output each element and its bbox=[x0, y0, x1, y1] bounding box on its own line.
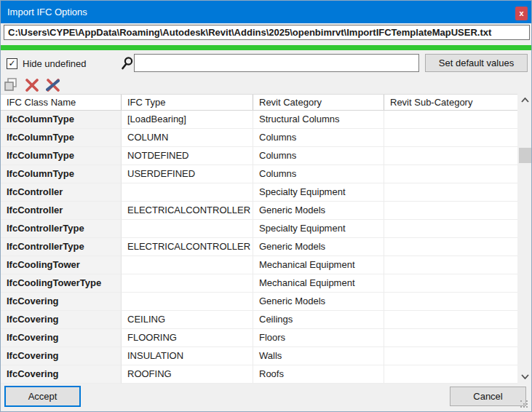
table-row[interactable]: IfcControllerTypeELECTRICALCONTROLLERGen… bbox=[1, 238, 517, 256]
table-cell[interactable] bbox=[122, 293, 253, 311]
table-cell[interactable]: IfcCovering bbox=[1, 311, 122, 329]
table-cell[interactable] bbox=[384, 147, 517, 165]
table-cell[interactable] bbox=[384, 347, 517, 365]
table-cell[interactable]: IfcController bbox=[1, 183, 122, 202]
table-cell[interactable]: [LoadBearing] bbox=[122, 111, 253, 129]
table-body: IfcColumnType[LoadBearing]Structural Col… bbox=[1, 111, 517, 384]
column-header-ifc-type[interactable]: IFC Type bbox=[122, 95, 253, 110]
table-row[interactable]: IfcColumnTypeNOTDEFINEDColumns bbox=[1, 147, 517, 165]
table-cell[interactable]: ROOFING bbox=[122, 365, 253, 384]
table-row[interactable]: IfcCoolingTowerTypeMechanical Equipment bbox=[1, 274, 517, 293]
set-default-values-button[interactable]: Set default values bbox=[425, 54, 528, 72]
hide-undefined-label[interactable]: Hide undefined bbox=[23, 58, 86, 69]
table-cell[interactable]: IfcCovering bbox=[1, 365, 122, 384]
table-row[interactable]: IfcControllerELECTRICALCONTROLLERGeneric… bbox=[1, 202, 517, 220]
delete-all-icon[interactable] bbox=[46, 77, 60, 92]
cancel-button[interactable]: Cancel bbox=[450, 387, 526, 406]
table-cell[interactable] bbox=[384, 183, 517, 202]
title-bar[interactable]: Import IFC Options x bbox=[1, 1, 531, 23]
table-row[interactable]: IfcColumnType[LoadBearing]Structural Col… bbox=[1, 111, 517, 129]
table-cell[interactable] bbox=[122, 256, 253, 274]
table-cell[interactable]: IfcCovering bbox=[1, 293, 122, 311]
table-cell[interactable]: Structural Columns bbox=[253, 111, 384, 129]
table-row[interactable]: IfcCoveringINSULATIONWalls bbox=[1, 347, 517, 365]
table-cell[interactable]: IfcCoolingTower bbox=[1, 256, 122, 274]
table-cell[interactable] bbox=[122, 183, 253, 202]
table-row[interactable]: IfcColumnTypeCOLUMNColumns bbox=[1, 129, 517, 147]
table-cell[interactable]: IfcColumnType bbox=[1, 147, 122, 165]
table-row[interactable]: IfcCoveringGeneric Models bbox=[1, 293, 517, 311]
table-cell[interactable]: IfcControllerType bbox=[1, 220, 122, 238]
table-cell[interactable]: Walls bbox=[253, 347, 384, 365]
table-cell[interactable] bbox=[384, 293, 517, 311]
search-icon bbox=[121, 56, 134, 71]
table-cell[interactable]: COLUMN bbox=[122, 129, 253, 147]
table-cell[interactable]: IfcColumnType bbox=[1, 165, 122, 183]
table-cell[interactable] bbox=[384, 329, 517, 347]
scroll-up-icon[interactable] bbox=[517, 94, 532, 106]
table-cell[interactable]: Ceilings bbox=[253, 311, 384, 329]
table-cell[interactable] bbox=[384, 311, 517, 329]
column-header-revit-sub-category[interactable]: Revit Sub-Category bbox=[384, 95, 517, 110]
table-cell[interactable]: ELECTRICALCONTROLLER bbox=[122, 238, 253, 256]
table-cell[interactable] bbox=[384, 256, 517, 274]
search-input[interactable] bbox=[134, 54, 419, 72]
table-cell[interactable] bbox=[122, 220, 253, 238]
table-cell[interactable]: ELECTRICALCONTROLLER bbox=[122, 202, 253, 220]
table-row[interactable]: IfcCoveringROOFINGRoofs bbox=[1, 365, 517, 384]
window-title: Import IFC Options bbox=[1, 7, 87, 17]
table-cell[interactable] bbox=[122, 274, 253, 293]
grid-toolbar bbox=[4, 76, 60, 92]
hide-undefined-checkbox[interactable]: ✓ bbox=[7, 58, 17, 69]
accept-button[interactable]: Accept bbox=[4, 386, 81, 407]
table-cell[interactable] bbox=[384, 111, 517, 129]
table-cell[interactable] bbox=[384, 202, 517, 220]
table-cell[interactable]: Generic Models bbox=[253, 293, 384, 311]
table-cell[interactable]: Generic Models bbox=[253, 202, 384, 220]
column-header-ifc-class-name[interactable]: IFC Class Name bbox=[1, 95, 122, 110]
table-row[interactable]: IfcCoolingTowerMechanical Equipment bbox=[1, 256, 517, 274]
table-cell[interactable]: FLOORING bbox=[122, 329, 253, 347]
table-cell[interactable]: IfcController bbox=[1, 202, 122, 220]
table-row[interactable]: IfcCoveringFLOORINGFloors bbox=[1, 329, 517, 347]
table-cell[interactable] bbox=[384, 220, 517, 238]
table-cell[interactable]: Mechanical Equipment bbox=[253, 256, 384, 274]
table-cell[interactable]: IfcCovering bbox=[1, 329, 122, 347]
table-row[interactable]: IfcCoveringCEILINGCeilings bbox=[1, 311, 517, 329]
table-cell[interactable]: IfcControllerType bbox=[1, 238, 122, 256]
close-icon[interactable]: x bbox=[515, 7, 528, 20]
delete-icon[interactable] bbox=[25, 77, 39, 92]
vertical-scrollbar[interactable] bbox=[517, 94, 532, 383]
table-cell[interactable]: INSULATION bbox=[122, 347, 253, 365]
table-cell[interactable]: IfcColumnType bbox=[1, 129, 122, 147]
table-cell[interactable]: CEILING bbox=[122, 311, 253, 329]
table-cell[interactable]: Roofs bbox=[253, 365, 384, 384]
table-cell[interactable]: IfcCovering bbox=[1, 347, 122, 365]
table-cell[interactable]: Generic Models bbox=[253, 238, 384, 256]
table-row[interactable]: IfcControllerSpecialty Equipment bbox=[1, 183, 517, 202]
table-cell[interactable]: Columns bbox=[253, 129, 384, 147]
table-cell[interactable]: NOTDEFINED bbox=[122, 147, 253, 165]
scroll-down-icon[interactable] bbox=[517, 371, 532, 383]
table-row[interactable]: IfcColumnTypeUSERDEFINEDColumns bbox=[1, 165, 517, 183]
table-cell[interactable] bbox=[384, 274, 517, 293]
table-cell[interactable] bbox=[384, 365, 517, 384]
table-cell[interactable]: Specialty Equipment bbox=[253, 183, 384, 202]
table-cell[interactable]: Specialty Equipment bbox=[253, 220, 384, 238]
scrollbar-thumb[interactable] bbox=[519, 148, 531, 163]
table-cell[interactable]: IfcCoolingTowerType bbox=[1, 274, 122, 293]
table-cell[interactable] bbox=[384, 129, 517, 147]
template-path-field[interactable]: C:\Users\CYPE\AppData\Roaming\Autodesk\R… bbox=[4, 25, 530, 40]
column-header-revit-category[interactable]: Revit Category bbox=[253, 95, 384, 110]
table-cell[interactable]: Mechanical Equipment bbox=[253, 274, 384, 293]
table-cell[interactable]: Floors bbox=[253, 329, 384, 347]
table-cell[interactable]: USERDEFINED bbox=[122, 165, 253, 183]
table-cell[interactable]: IfcColumnType bbox=[1, 111, 122, 129]
table-cell[interactable]: Columns bbox=[253, 165, 384, 183]
table-row[interactable]: IfcControllerTypeSpecialty Equipment bbox=[1, 220, 517, 238]
table-cell[interactable] bbox=[384, 238, 517, 256]
table-cell[interactable] bbox=[384, 165, 517, 183]
copy-icon[interactable] bbox=[4, 77, 18, 92]
resize-grip[interactable] bbox=[520, 400, 529, 409]
table-cell[interactable]: Columns bbox=[253, 147, 384, 165]
